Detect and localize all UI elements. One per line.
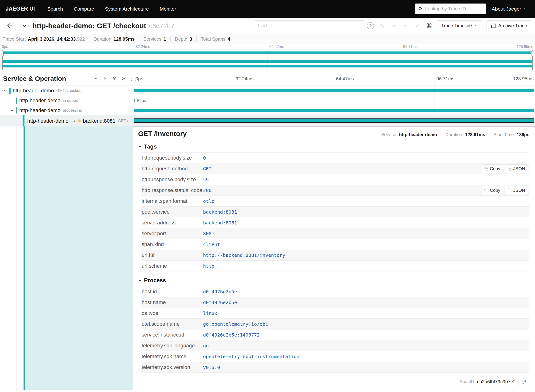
trace-id-lookup[interactable] — [415, 4, 486, 14]
selected-span-detail-fill — [25, 126, 133, 390]
service-meta-label: Service: — [381, 132, 397, 137]
minimap-tick: 0μs — [2, 45, 8, 49]
depth-label: Depth — [175, 37, 187, 42]
next-result-icon[interactable] — [403, 23, 408, 28]
process-table: host.id d0f4926e2b5e host.name d0f4926e2… — [141, 286, 529, 373]
column-resizer-handle[interactable]: ⋮⋮ — [130, 75, 137, 83]
minimap-right-scrubber[interactable] — [532, 50, 533, 70]
collapse-all-icon[interactable] — [112, 76, 117, 81]
service-operation-header: Service & Operation — [3, 75, 94, 83]
app-brand: JAEGER UI — [0, 6, 42, 12]
minimap-left-scrubber[interactable] — [2, 50, 3, 70]
span-duration-bar[interactable] — [134, 118, 534, 123]
nav-item-monitor[interactable]: Monitor — [154, 6, 182, 12]
timeline-header: Service & Operation ⋮⋮ 0μs 32.24ms 64.47… — [0, 72, 535, 86]
process-row: os.type linux — [141, 308, 529, 319]
process-row: otel.scope.name go.opentelemetry.io/obi — [141, 319, 529, 330]
nav-item-system-architecture[interactable]: System Architecture — [100, 6, 154, 12]
duration-label: Duration — [94, 37, 111, 42]
span-service-name: http-header-demo — [19, 107, 61, 113]
span-row-processing[interactable]: http-header-demo processing — [0, 106, 535, 115]
span-detail-indent-column — [0, 126, 133, 390]
peer-service-name: backend:8081 — [83, 118, 115, 124]
minimap-tick: 96.71ms — [403, 45, 418, 49]
client-arrow-icon: ➞ — [71, 118, 75, 124]
span-duration-bar[interactable] — [134, 109, 534, 112]
start-time-meta-label: Start Time: — [493, 132, 515, 137]
span-row-backend-selected[interactable]: http-header-demo ➞ backend:8081 GET /... — [0, 115, 535, 126]
span-operation-name: GET /... — [118, 119, 132, 123]
trace-summary-bar: Trace Start April 3 2026, 14:42:33.922 D… — [0, 34, 535, 44]
trace-start-label: Trace Start — [3, 37, 26, 42]
collapse-trace-chevron[interactable] — [22, 23, 27, 29]
minimap-span-bar — [2, 65, 533, 67]
span-color-bar — [16, 98, 17, 104]
span-color-bar — [23, 115, 24, 126]
search-icon — [418, 7, 423, 11]
tags-section-toggle[interactable]: Tags — [138, 143, 157, 150]
prev-result-icon[interactable] — [392, 23, 397, 28]
expand-all-icon[interactable] — [121, 76, 126, 81]
view-selector-dropdown[interactable]: Trace Timeline — [437, 20, 482, 31]
tag-row: span.kind client — [141, 239, 529, 250]
tag-row: url.full http://backend:8081/inventory — [141, 250, 529, 261]
span-duration-bar[interactable] — [134, 99, 135, 102]
indent-guide — [10, 126, 10, 390]
span-id-value: cb2a6fbf79c9b7e2 — [477, 379, 516, 384]
copy-value-button[interactable]: Copy — [482, 186, 503, 195]
tag-row: http.request.method GET Copy JSON — [141, 163, 529, 174]
gridline — [334, 72, 334, 86]
nav-item-compare[interactable]: Compare — [68, 6, 100, 12]
copy-json-button[interactable]: JSON — [505, 164, 528, 173]
keyboard-shortcuts-icon[interactable]: ⌘ — [426, 22, 432, 30]
copy-span-link-button[interactable] — [519, 377, 529, 386]
span-operation-name: processing — [63, 108, 82, 113]
span-duration-bar[interactable] — [134, 89, 534, 92]
span-color-bar — [16, 107, 17, 113]
total-spans-value: 4 — [228, 37, 230, 42]
timeline-tick: 32.24ms — [235, 76, 254, 81]
span-detail-title: GET /inventory — [138, 130, 186, 138]
nav-item-search[interactable]: Search — [42, 6, 68, 12]
minimap-canvas[interactable] — [1, 50, 534, 70]
tag-row: server.address backend:8081 — [141, 217, 529, 228]
minimap-tick: 128.95ms — [517, 45, 533, 49]
collapse-children-icon[interactable] — [10, 109, 14, 112]
duration-meta-label: Duration: — [445, 132, 463, 137]
timeline-tick: 96.71ms — [436, 76, 454, 81]
process-section-toggle[interactable]: Process — [138, 277, 166, 284]
trace-header: http-header-demo: GET /checkoutc6d72b7 ?… — [0, 18, 535, 34]
copy-json-button[interactable]: JSON — [505, 186, 528, 195]
archive-trace-label: Archive Trace — [498, 23, 527, 28]
span-row-in-queue[interactable]: http-header-demo in queue 52μs — [0, 96, 535, 106]
tags-section-title: Tags — [144, 143, 157, 150]
trace-minimap[interactable]: 0μs 32.24ms 64.47ms 96.71ms 128.95ms — [0, 44, 535, 72]
span-service-name: http-header-demo — [19, 98, 61, 104]
depth-value: 3 — [189, 37, 192, 42]
peer-service-dot — [78, 119, 81, 122]
tag-row: http.response.body.size 59 — [141, 174, 529, 185]
archive-icon — [491, 23, 496, 28]
clear-search-icon[interactable] — [415, 23, 420, 28]
timeline-tick: 128.95ms — [513, 76, 534, 81]
trace-id-input[interactable] — [425, 6, 483, 12]
focus-diamond-icon[interactable] — [380, 23, 385, 28]
archive-trace-button[interactable]: Archive Trace — [487, 20, 531, 31]
process-row: telemetry.sdk.name opentelemetry-ebpf-in… — [141, 351, 529, 362]
start-time-meta-value: 186μs — [517, 132, 529, 137]
copy-value-button[interactable]: Copy — [482, 164, 503, 173]
process-row: telemetry.sdk.version v0.5.0 — [141, 362, 529, 373]
tag-row: url.scheme http — [141, 261, 529, 271]
indent-guide — [16, 126, 17, 390]
span-id-footer: SpanID: cb2a6fbf79c9b7e2 — [460, 377, 529, 386]
collapse-children-icon[interactable] — [3, 89, 8, 93]
find-input[interactable] — [254, 20, 364, 31]
expand-one-icon[interactable] — [103, 76, 108, 81]
back-button[interactable] — [6, 22, 13, 29]
help-icon[interactable]: ? — [367, 22, 374, 29]
collapse-one-icon[interactable] — [94, 76, 98, 81]
span-row-checkout[interactable]: http-header-demo GET /checkout — [0, 86, 535, 96]
process-row: telemetry.sdk.language go — [141, 340, 529, 351]
about-jaeger-menu[interactable]: About Jaeger — [492, 6, 527, 12]
gridline — [435, 72, 435, 86]
